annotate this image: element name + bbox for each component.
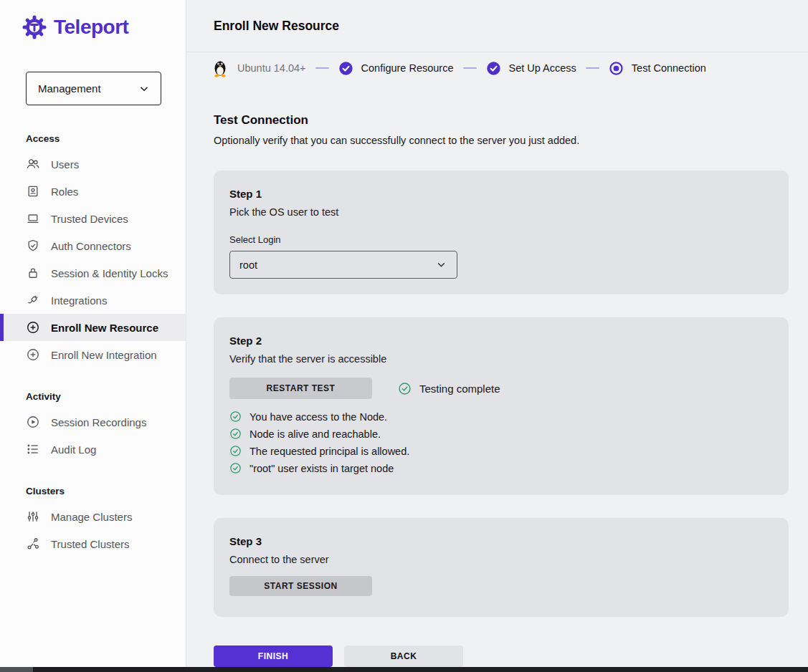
scrollbar-thumb[interactable] [0,667,33,672]
check-circle-icon [229,428,242,440]
workspace-selector-value: Management [38,82,101,95]
sidebar-item-manage-clusters[interactable]: Manage Clusters [0,503,186,530]
sidebar-nav: Access Users Roles Trusted Devices Auth … [0,126,186,557]
network-icon [26,537,40,551]
stepper-resource-label: Ubuntu 14.04+ [237,62,306,74]
back-button[interactable]: BACK [344,645,463,667]
test-check-list: You have access to the Node. Node is ali… [229,411,773,474]
step2-title: Step 2 [229,335,773,347]
check-circle-icon [229,462,242,474]
page-header-title: Enroll New Resource [214,19,339,34]
play-circle-icon [26,415,40,429]
nav-item-label: Session & Identity Locks [51,267,168,279]
nav-item-label: Integrations [51,294,107,307]
check-item-text: "root" user exists in target node [249,463,394,474]
shield-check-icon [26,239,40,253]
check-circle-icon [398,382,412,395]
sidebar-item-integrations[interactable]: Integrations [0,287,186,314]
lock-icon [26,266,40,280]
sidebar-item-enroll-new-integration[interactable]: Enroll New Integration [0,341,186,368]
nav-section-clusters: Clusters [0,479,186,503]
check-circle-icon [229,411,242,423]
check-item-text: Node is alive and reachable. [249,428,381,440]
sidebar-item-trusted-clusters[interactable]: Trusted Clusters [0,530,186,557]
plus-circle-icon [26,347,40,362]
wizard-actions: FINISH BACK [214,645,463,667]
stepper-step-set-up-access: Set Up Access [509,62,576,74]
sidebar: Teleport Management Access Users Roles T… [0,0,186,672]
nav-section-access: Access [0,126,186,150]
step3-description: Connect to the server [229,554,773,565]
main-content: Enroll New Resource Ubuntu 14.04+ Config… [186,0,808,672]
nav-item-label: Audit Log [51,443,96,456]
chevron-down-icon [138,82,151,95]
workspace-selector[interactable]: Management [26,72,161,105]
select-login-label: Select Login [229,234,773,245]
step3-card: Step 3 Connect to the server START SESSI… [214,518,789,617]
nav-item-label: Enroll New Resource [51,322,158,334]
teleport-logo: Teleport [22,14,128,40]
login-select[interactable]: root [229,251,457,279]
stepper-step-configure-resource: Configure Resource [361,62,454,74]
sidebar-item-auth-connectors[interactable]: Auth Connectors [0,232,186,259]
nav-section-activity: Activity [0,384,186,408]
id-badge-icon [26,184,40,198]
check-item: You have access to the Node. [229,411,773,423]
linux-tux-icon [212,59,228,77]
laptop-icon [26,211,40,226]
sidebar-item-roles[interactable]: Roles [0,178,186,205]
check-circle-icon [229,445,242,457]
test-status-text: Testing complete [419,383,500,395]
users-icon [26,157,40,171]
nav-item-label: Trusted Clusters [51,538,129,550]
sidebar-item-session-identity-locks[interactable]: Session & Identity Locks [0,259,186,287]
step3-title: Step 3 [229,535,773,547]
nav-item-label: Auth Connectors [51,240,131,252]
plus-circle-icon [26,320,40,335]
plug-icon [26,293,40,307]
restart-test-button[interactable]: RESTART TEST [229,378,372,399]
step-done-icon [486,61,501,76]
check-item: "root" user exists in target node [229,462,773,474]
finish-button[interactable]: FINISH [214,645,333,667]
step-active-icon [609,61,624,76]
sidebar-item-session-recordings[interactable]: Session Recordings [0,408,186,436]
start-session-button[interactable]: START SESSION [229,576,372,596]
check-item-text: You have access to the Node. [249,411,387,423]
header-divider [186,52,808,52]
sidebar-item-enroll-new-resource[interactable]: Enroll New Resource [0,314,186,341]
stepper-step-test-connection: Test Connection [632,62,706,74]
teleport-gear-icon [22,14,47,40]
section-subtitle: Optionally verify that you can successfu… [214,135,579,146]
stepper-dash [586,67,599,69]
login-select-value: root [239,259,257,271]
sidebar-item-users[interactable]: Users [0,150,186,178]
sliders-icon [26,509,40,524]
nav-item-label: Users [51,158,79,171]
nav-item-label: Trusted Devices [51,213,128,225]
check-item: Node is alive and reachable. [229,428,773,440]
nav-item-label: Manage Clusters [51,511,132,523]
sidebar-item-trusted-devices[interactable]: Trusted Devices [0,205,186,232]
enroll-stepper: Ubuntu 14.04+ Configure Resource Set Up … [212,57,706,79]
step1-description: Pick the OS user to test [229,206,773,218]
nav-item-label: Enroll New Integration [51,349,157,361]
section-title: Test Connection [214,113,308,128]
step1-title: Step 1 [229,188,773,200]
sidebar-item-audit-log[interactable]: Audit Log [0,436,186,463]
stepper-dash [463,67,477,69]
test-status: Testing complete [398,382,500,395]
nav-item-label: Session Recordings [51,416,146,428]
list-icon [26,442,40,456]
horizontal-scrollbar[interactable] [0,667,808,672]
check-item-text: The requested principal is allowed. [249,446,409,457]
step1-card: Step 1 Pick the OS user to test Select L… [214,171,789,294]
step2-card: Step 2 Verify that the server is accessi… [214,317,789,495]
brand-name: Teleport [54,16,128,39]
step-done-icon [338,61,353,76]
step2-description: Verify that the server is accessible [229,353,773,365]
chevron-down-icon [435,259,447,271]
stepper-dash [315,67,329,69]
nav-item-label: Roles [51,186,78,198]
check-item: The requested principal is allowed. [229,445,773,457]
